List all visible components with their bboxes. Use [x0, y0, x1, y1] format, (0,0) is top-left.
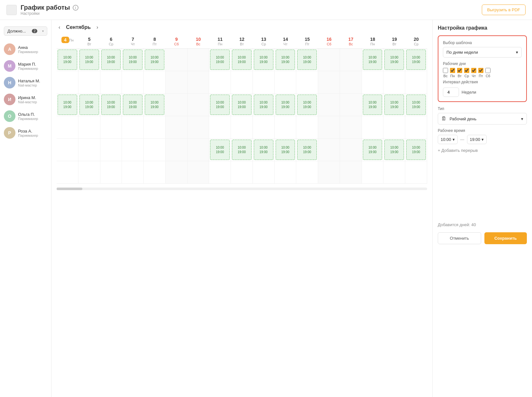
day-cell[interactable]: 10:0019:00 — [383, 49, 405, 71]
day-cell[interactable] — [144, 161, 166, 183]
day-cell[interactable]: 10:0019:00 — [275, 139, 297, 161]
day-cell[interactable]: 10:0019:00 — [122, 49, 144, 71]
day-cell[interactable] — [57, 116, 78, 138]
day-cell[interactable] — [100, 161, 122, 183]
day-cell[interactable] — [209, 71, 231, 93]
day-cell[interactable] — [57, 139, 78, 161]
type-select[interactable]: 🗓 Рабочий день ▾ — [438, 113, 527, 125]
position-filter[interactable]: Должно... 2 ▾ — [4, 26, 47, 36]
day-checkbox-пн[interactable] — [450, 68, 455, 73]
day-cell[interactable]: 10:0019:00 — [231, 49, 253, 71]
day-cell[interactable] — [362, 71, 384, 93]
add-break-button[interactable]: + Добавить перерыв — [438, 148, 527, 153]
day-cell[interactable] — [383, 161, 405, 183]
info-icon[interactable]: i — [73, 5, 78, 11]
employee-item[interactable]: М Мария П. Парикмахер — [0, 58, 51, 74]
day-cell[interactable] — [122, 116, 144, 138]
day-checkbox-вс[interactable] — [443, 68, 448, 73]
day-cell[interactable] — [275, 161, 297, 183]
interval-input[interactable] — [443, 88, 459, 97]
day-cell[interactable] — [144, 139, 166, 161]
day-cell[interactable] — [318, 161, 340, 183]
employee-item[interactable]: О Ольга П. Парикмахер — [0, 108, 51, 125]
day-cell[interactable] — [275, 71, 297, 93]
time-from-select[interactable]: 10:00 ▾ — [438, 135, 458, 144]
day-cell[interactable] — [253, 71, 275, 93]
day-cell[interactable]: 10:0019:00 — [296, 139, 318, 161]
day-cell[interactable] — [405, 116, 427, 138]
day-cell[interactable]: 10:0019:00 — [362, 139, 384, 161]
day-cell[interactable] — [209, 161, 231, 183]
day-cell[interactable] — [340, 116, 362, 138]
day-cell[interactable] — [78, 71, 100, 93]
day-cell[interactable]: 10:0019:00 — [231, 94, 253, 116]
day-cell[interactable] — [231, 71, 253, 93]
day-cell[interactable] — [362, 161, 384, 183]
day-cell[interactable] — [100, 71, 122, 93]
menu-button[interactable] — [6, 5, 17, 15]
day-cell[interactable] — [188, 139, 209, 161]
day-cell[interactable] — [296, 161, 318, 183]
day-cell[interactable]: 10:0019:00 — [275, 94, 297, 116]
day-cell[interactable]: 10:0019:00 — [100, 49, 122, 71]
day-checkbox-ср[interactable] — [464, 68, 469, 73]
time-to-select[interactable]: 19:00 ▾ — [467, 135, 487, 144]
day-cell[interactable]: 10:0019:00 — [296, 49, 318, 71]
day-cell[interactable]: 10:0019:00 — [253, 139, 275, 161]
day-checkbox-пт[interactable] — [478, 68, 483, 73]
day-cell[interactable] — [253, 161, 275, 183]
day-cell[interactable] — [122, 139, 144, 161]
day-cell[interactable] — [166, 139, 188, 161]
employee-item[interactable]: И Ирина М. Nail-мастер — [0, 91, 51, 108]
day-cell[interactable] — [209, 116, 231, 138]
day-cell[interactable] — [318, 71, 340, 93]
day-cell[interactable] — [340, 161, 362, 183]
day-cell[interactable] — [383, 116, 405, 138]
day-cell[interactable]: 10:0019:00 — [209, 94, 231, 116]
template-select[interactable]: По дням недели ▾ — [443, 47, 522, 58]
day-cell[interactable]: 10:0019:00 — [209, 49, 231, 71]
day-cell[interactable] — [78, 139, 100, 161]
day-cell[interactable] — [405, 71, 427, 93]
day-cell[interactable]: 10:0019:00 — [57, 49, 78, 71]
day-cell[interactable] — [296, 71, 318, 93]
prev-month-button[interactable]: ‹ — [57, 24, 62, 31]
day-cell[interactable] — [144, 71, 166, 93]
day-cell[interactable] — [188, 161, 209, 183]
day-cell[interactable] — [100, 116, 122, 138]
day-cell[interactable] — [231, 116, 253, 138]
day-cell[interactable]: 10:0019:00 — [383, 139, 405, 161]
day-cell[interactable] — [166, 49, 188, 71]
day-cell[interactable]: 10:0019:00 — [275, 49, 297, 71]
employee-item[interactable]: Р Роза А. Парикмахер — [0, 125, 51, 141]
day-cell[interactable]: 10:0019:00 — [405, 49, 427, 71]
day-cell[interactable]: 10:0019:00 — [144, 49, 166, 71]
next-month-button[interactable]: › — [95, 24, 100, 31]
day-cell[interactable]: 10:0019:00 — [405, 94, 427, 116]
day-cell[interactable]: 10:0019:00 — [253, 94, 275, 116]
day-cell[interactable] — [166, 161, 188, 183]
day-cell[interactable] — [166, 94, 188, 116]
day-cell[interactable] — [383, 71, 405, 93]
day-cell[interactable]: 10:0019:00 — [122, 94, 144, 116]
day-cell[interactable]: 10:0019:00 — [78, 49, 100, 71]
day-cell[interactable] — [166, 116, 188, 138]
day-cell[interactable] — [188, 49, 209, 71]
cancel-button[interactable]: Отменить — [438, 232, 481, 244]
save-button[interactable]: Сохранить — [484, 232, 527, 244]
day-cell[interactable]: 10:0019:00 — [78, 94, 100, 116]
day-cell[interactable] — [340, 71, 362, 93]
day-cell[interactable] — [122, 71, 144, 93]
day-cell[interactable] — [318, 94, 340, 116]
employee-item[interactable]: Н Наталья М. Nail-мастер — [0, 74, 51, 91]
export-pdf-button[interactable]: Выгрузить в PDF — [482, 5, 526, 15]
day-cell[interactable]: 10:0019:00 — [209, 139, 231, 161]
day-cell[interactable] — [275, 116, 297, 138]
day-cell[interactable]: 10:0019:00 — [57, 94, 78, 116]
day-cell[interactable] — [57, 71, 78, 93]
day-cell[interactable]: 10:0019:00 — [100, 94, 122, 116]
day-cell[interactable] — [405, 161, 427, 183]
day-cell[interactable] — [318, 116, 340, 138]
day-cell[interactable] — [253, 116, 275, 138]
day-checkbox-сб[interactable] — [485, 68, 491, 73]
